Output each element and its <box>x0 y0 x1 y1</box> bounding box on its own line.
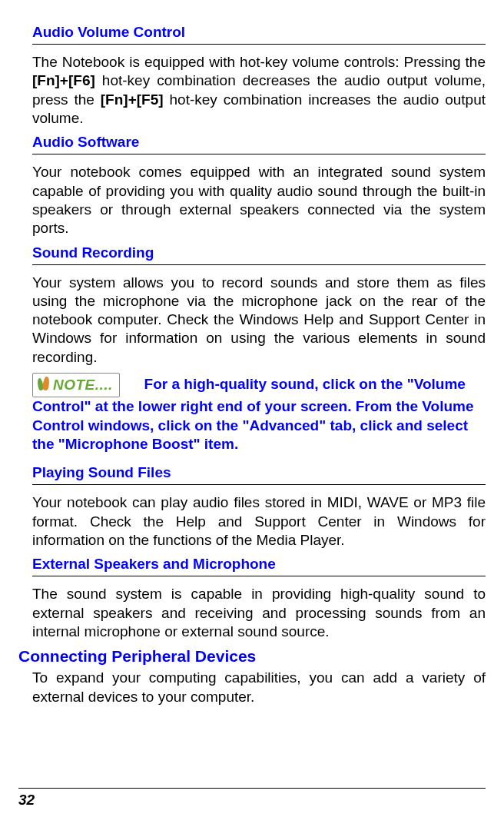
hotkey-1: [Fn]+[F6] <box>32 72 95 88</box>
footer-divider <box>18 788 486 789</box>
hotkey-2: [Fn]+[F5] <box>101 91 164 108</box>
heading-sound-recording: Sound Recording <box>32 244 486 265</box>
body-external-speakers: The sound system is capable in providing… <box>32 585 486 641</box>
body-sound-recording: Your system allows you to record sounds … <box>32 274 486 367</box>
note-badge-label: NOTE.... <box>53 376 113 394</box>
page-number: 32 <box>18 792 35 809</box>
note-icon <box>38 377 50 394</box>
body-audio-software: Your notebook comes equipped with an int… <box>32 163 486 237</box>
heading-audio-volume-control: Audio Volume Control <box>32 24 486 45</box>
heading-audio-software: Audio Software <box>32 134 486 154</box>
heading-external-speakers: External Speakers and Microphone <box>32 556 486 576</box>
note-badge: NOTE.... <box>32 373 120 397</box>
text-segment: The Notebook is equipped with hot-key vo… <box>32 54 486 70</box>
body-playing-sound-files: Your notebook can play audio files store… <box>32 493 486 550</box>
heading-connecting-peripherals: Connecting Peripheral Devices <box>18 647 486 666</box>
body-audio-volume-control: The Notebook is equipped with hot-key vo… <box>32 53 486 128</box>
body-connecting-peripherals: To expand your computing capabilities, y… <box>32 669 486 706</box>
note-block: NOTE.... For a high-quality sound, click… <box>32 373 486 453</box>
heading-playing-sound-files: Playing Sound Files <box>32 464 486 485</box>
note-line1: For a high-quality sound, click on the <box>144 376 403 392</box>
page-content: Audio Volume Control The Notebook is equ… <box>18 24 486 706</box>
